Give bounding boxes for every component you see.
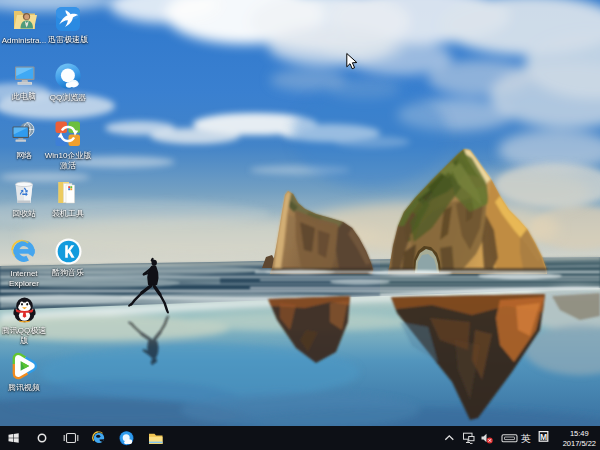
svg-text:M: M bbox=[540, 432, 547, 442]
svg-text:英: 英 bbox=[521, 433, 531, 444]
